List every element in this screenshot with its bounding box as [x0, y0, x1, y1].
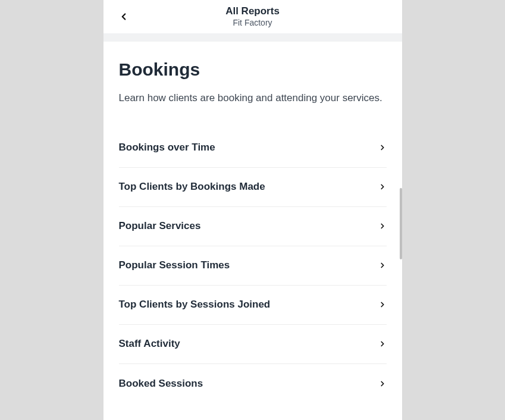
header-title: All Reports — [225, 5, 280, 17]
report-item-popular-session-times[interactable]: Popular Session Times — [119, 246, 387, 286]
report-item-popular-services[interactable]: Popular Services — [119, 207, 387, 246]
chevron-right-icon — [378, 222, 387, 230]
report-item-booked-sessions[interactable]: Booked Sessions — [119, 364, 387, 403]
header-titles: All Reports Fit Factory — [225, 5, 280, 28]
app-screen: All Reports Fit Factory Bookings Learn h… — [103, 0, 402, 420]
chevron-left-icon — [118, 11, 129, 22]
chevron-right-icon — [378, 143, 387, 152]
report-list: Bookings over Time Top Clients by Bookin… — [119, 128, 387, 403]
chevron-right-icon — [378, 340, 387, 348]
back-button[interactable] — [115, 8, 132, 25]
report-item-staff-activity[interactable]: Staff Activity — [119, 325, 387, 364]
report-item-label: Booked Sessions — [119, 378, 203, 390]
section-title: Bookings — [119, 59, 387, 80]
report-item-label: Bookings over Time — [119, 142, 215, 153]
report-item-label: Top Clients by Bookings Made — [119, 181, 265, 193]
header: All Reports Fit Factory — [103, 0, 402, 33]
chevron-right-icon — [378, 380, 387, 388]
report-item-label: Staff Activity — [119, 338, 180, 350]
separator-bar — [103, 33, 402, 42]
scrollbar-thumb[interactable] — [400, 188, 402, 259]
header-subtitle: Fit Factory — [225, 18, 280, 28]
report-item-top-clients-sessions[interactable]: Top Clients by Sessions Joined — [119, 286, 387, 325]
chevron-right-icon — [378, 261, 387, 269]
report-item-label: Popular Session Times — [119, 259, 230, 271]
chevron-right-icon — [378, 300, 387, 309]
report-item-top-clients-bookings[interactable]: Top Clients by Bookings Made — [119, 168, 387, 207]
content: Bookings Learn how clients are booking a… — [103, 42, 402, 403]
report-item-bookings-over-time[interactable]: Bookings over Time — [119, 128, 387, 168]
report-item-label: Popular Services — [119, 220, 201, 232]
section-description: Learn how clients are booking and attend… — [119, 90, 387, 106]
chevron-right-icon — [378, 183, 387, 191]
report-item-label: Top Clients by Sessions Joined — [119, 299, 271, 311]
